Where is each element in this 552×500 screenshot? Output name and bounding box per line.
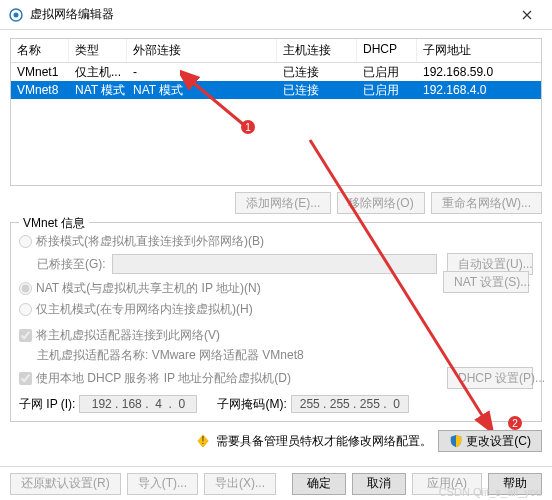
table-row[interactable]: VMnet1 仅主机... - 已连接 已启用 192.168.59.0 [11,63,541,81]
admin-warning-text: 需要具备管理员特权才能修改网络配置。 [216,433,432,450]
change-settings-button[interactable]: 更改设置(C) [438,430,542,452]
connect-host-label: 将主机虚拟适配器连接到此网络(V) [36,327,220,344]
col-subnet[interactable]: 子网地址 [417,39,541,62]
col-dhcp[interactable]: DHCP [357,39,417,62]
table-row[interactable]: VMnet8 NAT 模式 NAT 模式 已连接 已启用 192.168.4.0 [11,81,541,99]
svg-point-1 [14,12,19,17]
group-title: VMnet 信息 [19,215,89,232]
titlebar: 虚拟网络编辑器 [0,0,552,30]
nat-label: NAT 模式(与虚拟机共享主机的 IP 地址)(N) [36,280,261,297]
col-name[interactable]: 名称 [11,39,69,62]
table-header: 名称 类型 外部连接 主机连接 DHCP 子网地址 [11,39,541,63]
rename-network-button[interactable]: 重命名网络(W)... [431,192,542,214]
add-network-button[interactable]: 添加网络(E)... [235,192,331,214]
restore-defaults-button[interactable]: 还原默认设置(R) [10,473,121,495]
help-button[interactable]: 帮助 [488,473,542,495]
host-adapter-name: 主机虚拟适配器名称: VMware 网络适配器 VMnet8 [37,347,533,364]
app-icon [8,7,24,23]
export-button[interactable]: 导出(X)... [204,473,276,495]
remove-network-button[interactable]: 移除网络(O) [337,192,424,214]
bridge-radio [19,235,32,248]
dhcp-settings-button[interactable]: DHCP 设置(P)... [447,367,533,389]
dhcp-checkbox [19,372,32,385]
bridged-to-select [112,254,437,274]
col-type[interactable]: 类型 [69,39,127,62]
network-table: 名称 类型 外部连接 主机连接 DHCP 子网地址 VMnet1 仅主机... … [10,38,542,186]
apply-button[interactable]: 应用(A) [412,473,482,495]
dhcp-row: 使用本地 DHCP 服务将 IP 地址分配给虚拟机(D) DHCP 设置(P).… [19,367,533,389]
import-button[interactable]: 导入(T)... [127,473,198,495]
shield-icon [449,434,463,448]
close-button[interactable] [510,2,544,28]
col-external[interactable]: 外部连接 [127,39,277,62]
table-body: VMnet1 仅主机... - 已连接 已启用 192.168.59.0 VMn… [11,63,541,99]
bridge-option-row: 桥接模式(将虚拟机直接连接到外部网络)(B) [19,232,533,250]
table-button-row: 添加网络(E)... 移除网络(O) 重命名网络(W)... [10,192,542,214]
cancel-button[interactable]: 取消 [352,473,406,495]
bridged-to-label: 已桥接至(G): [37,256,106,273]
window-title: 虚拟网络编辑器 [30,6,510,23]
dhcp-label: 使用本地 DHCP 服务将 IP 地址分配给虚拟机(D) [36,370,291,387]
hostonly-radio [19,303,32,316]
svg-text:!: ! [202,434,205,446]
nat-settings-button[interactable]: NAT 设置(S)... [443,271,529,293]
subnet-row: 子网 IP (I): 子网掩码(M): [19,395,533,413]
col-host[interactable]: 主机连接 [277,39,357,62]
subnet-ip-label: 子网 IP (I): [19,396,75,413]
connect-host-checkbox [19,329,32,342]
dialog-footer: 还原默认设置(R) 导入(T)... 导出(X)... 确定 取消 应用(A) … [0,466,552,500]
nat-radio [19,282,32,295]
admin-warning-row: ! 需要具备管理员特权才能修改网络配置。 更改设置(C) [10,430,542,452]
subnet-mask-input [291,395,409,413]
hostonly-option-row: 仅主机模式(在专用网络内连接虚拟机)(H) [19,300,533,318]
vmnet-info-group: VMnet 信息 桥接模式(将虚拟机直接连接到外部网络)(B) 已桥接至(G):… [10,222,542,422]
bridge-label: 桥接模式(将虚拟机直接连接到外部网络)(B) [36,233,264,250]
connect-host-row: 将主机虚拟适配器连接到此网络(V) [19,326,533,344]
subnet-ip-input [79,395,197,413]
ok-button[interactable]: 确定 [292,473,346,495]
warning-icon: ! [196,434,210,448]
hostonly-label: 仅主机模式(在专用网络内连接虚拟机)(H) [36,301,253,318]
subnet-mask-label: 子网掩码(M): [217,396,286,413]
